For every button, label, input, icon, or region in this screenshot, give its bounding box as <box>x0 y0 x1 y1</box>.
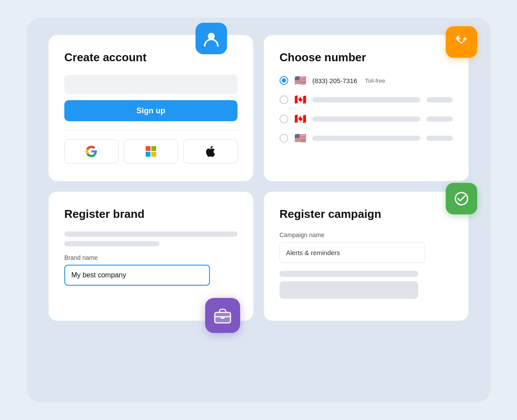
choose-number-card: Choose number 🇺🇸 (833) 205-7316 Toll-fre… <box>264 35 468 181</box>
briefcase-icon-badge <box>205 298 240 333</box>
check-circle-icon-badge <box>446 183 477 214</box>
user-icon <box>203 30 220 47</box>
number-placeholder-2 <box>312 97 420 102</box>
briefcase-icon <box>213 307 232 324</box>
number-row-2[interactable]: 🇨🇦 <box>279 94 453 105</box>
check-circle-icon <box>453 190 470 207</box>
campaign-placeholder-2 <box>279 281 418 299</box>
number-placeholder-short-4 <box>426 136 453 141</box>
campaign-name-label: Campaign name <box>279 231 453 238</box>
campaign-name-input[interactable] <box>279 242 425 263</box>
radio-selected[interactable] <box>279 76 288 85</box>
brand-name-label: Brand name <box>64 254 238 261</box>
brand-placeholder-line-2 <box>64 241 160 246</box>
microsoft-signin-button[interactable] <box>124 139 178 164</box>
brand-name-input[interactable] <box>64 265 210 286</box>
flag-ca-1: 🇨🇦 <box>294 94 306 105</box>
phone-add-icon <box>454 34 469 50</box>
flag-us-2: 🇺🇸 <box>294 133 306 144</box>
number-placeholder-short-3 <box>426 116 453 122</box>
number-row-3[interactable]: 🇨🇦 <box>279 113 453 125</box>
divider <box>64 130 238 130</box>
radio-unselected-3[interactable] <box>279 115 288 123</box>
create-account-card: Create account Sign up <box>49 35 253 181</box>
number-row-1[interactable]: 🇺🇸 (833) 205-7316 Toll-free <box>279 75 453 86</box>
microsoft-icon <box>146 146 156 157</box>
outer-wrapper: Create account Sign up <box>27 18 490 402</box>
user-icon-badge <box>196 23 227 54</box>
radio-unselected-4[interactable] <box>279 134 288 143</box>
register-brand-card: Register brand Brand name <box>49 192 253 321</box>
email-input[interactable] <box>64 75 238 94</box>
number-row-4[interactable]: 🇺🇸 <box>279 133 453 144</box>
number-placeholder-short-2 <box>426 97 453 102</box>
apple-signin-button[interactable] <box>183 139 238 164</box>
number-placeholder-3 <box>312 116 420 122</box>
campaign-placeholder-1 <box>279 271 418 277</box>
google-icon <box>86 146 97 157</box>
phone-number-1: (833) 205-7316 <box>312 77 357 84</box>
brand-placeholder-line-1 <box>64 231 238 237</box>
flag-us-1: 🇺🇸 <box>294 75 306 86</box>
social-buttons <box>64 139 238 164</box>
number-placeholder-4 <box>312 136 420 141</box>
flag-ca-2: 🇨🇦 <box>294 113 306 125</box>
google-signin-button[interactable] <box>64 139 119 164</box>
toll-free-badge: Toll-free <box>365 77 385 84</box>
register-campaign-card: Register campaign Campaign name <box>264 192 468 321</box>
apple-icon <box>206 146 215 157</box>
choose-number-title: Choose number <box>279 51 453 64</box>
phone-add-icon-badge <box>446 26 477 58</box>
register-campaign-title: Register campaign <box>279 207 453 221</box>
main-grid: Create account Sign up <box>49 35 468 321</box>
register-brand-title: Register brand <box>64 207 238 221</box>
radio-unselected-2[interactable] <box>279 95 288 104</box>
signup-button[interactable]: Sign up <box>64 100 238 121</box>
